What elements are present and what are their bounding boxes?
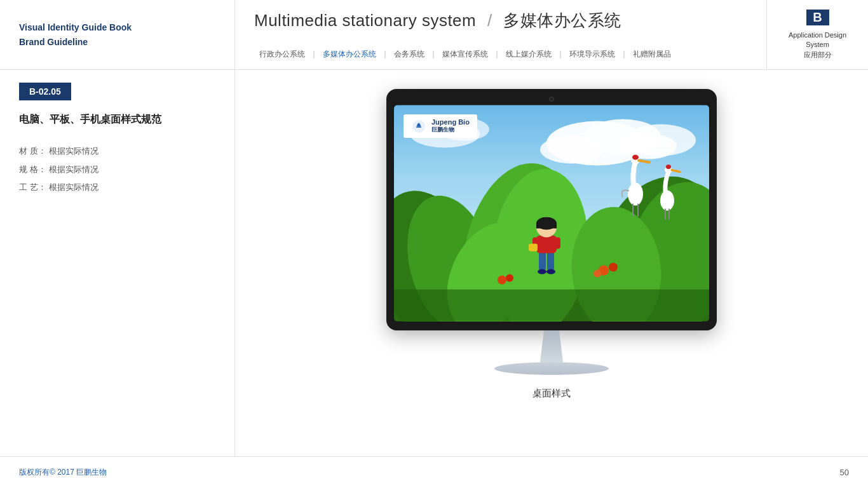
- spec-item-2: 规 格： 根据实际情况: [19, 161, 215, 179]
- footer-page-number: 50: [840, 468, 849, 477]
- footer-copyright: 版权所有© 2017 巨鹏生物: [19, 467, 107, 478]
- nav-item-5[interactable]: 线上媒介系统: [501, 49, 557, 60]
- monitor-stand: [386, 330, 717, 375]
- spec-list: 材 质： 根据实际情况 规 格： 根据实际情况 工 艺： 根据实际情况: [19, 142, 215, 197]
- svg-rect-17: [394, 290, 709, 322]
- header-left: Visual Identity Guide Book Brand Guideli…: [0, 0, 235, 69]
- svg-point-40: [609, 263, 618, 272]
- footer: 版权所有© 2017 巨鹏生物 50: [0, 456, 868, 488]
- stand-neck: [532, 330, 571, 362]
- monitor-body: Jupeng Bio 巨鹏生物: [386, 89, 717, 330]
- spec-item-3: 工 艺： 根据实际情况: [19, 179, 215, 197]
- header: Visual Identity Guide Book Brand Guideli…: [0, 0, 868, 70]
- svg-rect-29: [547, 252, 554, 271]
- svg-point-37: [538, 269, 546, 274]
- title-slash: /: [487, 11, 492, 30]
- header-right: B Application Design System 应用部分: [766, 0, 868, 69]
- nav-item-2[interactable]: 多媒体办公系统: [318, 49, 381, 60]
- svg-rect-32: [554, 238, 560, 249]
- nav-item-6[interactable]: 环境导示系统: [564, 49, 620, 60]
- svg-point-20: [632, 155, 639, 160]
- main-content: B-02.05 电脑、平板、手机桌面样式规范 材 质： 根据实际情况 规 格： …: [0, 70, 868, 456]
- svg-point-3: [540, 136, 604, 164]
- svg-rect-36: [536, 224, 557, 229]
- svg-point-25: [666, 165, 671, 169]
- svg-point-23: [660, 191, 674, 211]
- svg-rect-33: [529, 244, 538, 252]
- sidebar: B-02.05 电脑、平板、手机桌面样式规范 材 质： 根据实际情况 规 格： …: [0, 70, 235, 456]
- svg-point-41: [593, 270, 601, 278]
- svg-point-42: [498, 276, 506, 285]
- svg-point-43: [506, 274, 513, 282]
- nav-item-4[interactable]: 媒体宣传系统: [437, 49, 493, 60]
- content-caption: 桌面样式: [532, 388, 571, 400]
- navigation: 行政办公系统 ｜ 多媒体办公系统 ｜ 会务系统 ｜ 媒体宣传系统 ｜ 线上媒介系…: [254, 49, 747, 60]
- section-subtitle: 电脑、平板、手机桌面样式规范: [19, 113, 215, 126]
- nav-item-3[interactable]: 会务系统: [389, 49, 430, 60]
- app-design-label: Application Design System 应用部分: [780, 30, 855, 60]
- svg-point-5: [626, 125, 696, 156]
- page-title: Multimedia stationary system / 多媒体办公系统: [254, 10, 747, 32]
- nav-item-1[interactable]: 行政办公系统: [254, 49, 310, 60]
- svg-point-45: [417, 124, 420, 126]
- svg-rect-30: [536, 236, 557, 254]
- logo-text-en: Jupeng Bio: [431, 118, 470, 126]
- monitor-illustration: Jupeng Bio 巨鹏生物: [386, 89, 717, 375]
- section-badge: B-02.05: [19, 83, 71, 100]
- stand-base: [494, 362, 609, 375]
- screen-logo: Jupeng Bio 巨鹏生物: [403, 114, 477, 138]
- brand-title: Visual Identity Guide Book Brand Guideli…: [19, 20, 132, 49]
- logo-text-cn: 巨鹏生物: [431, 126, 470, 134]
- svg-point-38: [546, 269, 555, 274]
- svg-rect-28: [539, 252, 546, 271]
- monitor-screen: Jupeng Bio 巨鹏生物: [394, 105, 709, 322]
- logo-icon: [411, 119, 426, 134]
- content-area: Jupeng Bio 巨鹏生物 桌面样式: [235, 70, 868, 456]
- nav-item-7[interactable]: 礼赠附属品: [628, 49, 676, 60]
- spec-item-1: 材 质： 根据实际情况: [19, 142, 215, 161]
- header-center: Multimedia stationary system / 多媒体办公系统 行…: [235, 0, 766, 69]
- app-design-badge: B: [806, 10, 829, 25]
